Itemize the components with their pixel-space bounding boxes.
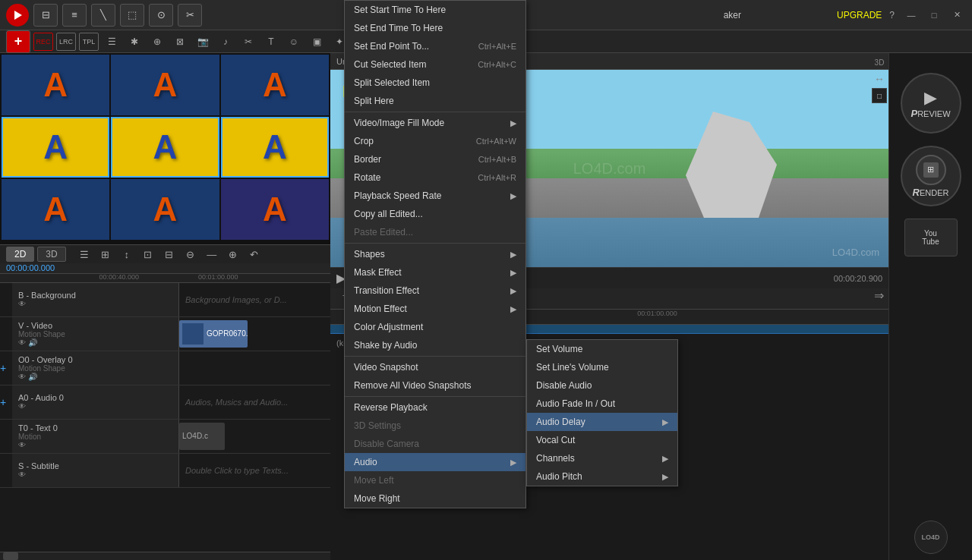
cm-split-here[interactable]: Split Here: [345, 92, 525, 110]
film-btn[interactable]: ⊠: [170, 33, 190, 51]
side-icon-3d[interactable]: 3D: [872, 55, 887, 70]
cm-color-adjustment[interactable]: Color Adjustment: [345, 318, 525, 336]
track-content-video[interactable]: GOPR0670.MP4: [179, 317, 330, 351]
cm-crop[interactable]: Crop Ctrl+Alt+W: [345, 132, 525, 150]
subtitle-btn[interactable]: T: [261, 33, 281, 51]
cm-video-snapshot[interactable]: Video Snapshot: [345, 358, 525, 376]
media-cell-1[interactable]: A: [2, 55, 109, 115]
youtube-btn[interactable]: You Tube: [904, 219, 958, 256]
track-content-audio[interactable]: Audios, Musics and Audio...: [179, 385, 330, 419]
scm-audio-delay[interactable]: Audio Delay ▶: [527, 413, 677, 431]
track-add-overlay[interactable]: +: [0, 362, 12, 374]
help-btn[interactable]: ?: [889, 10, 895, 20]
arrow-right-icon[interactable]: ⇒: [874, 288, 884, 303]
track-content-overlay[interactable]: [179, 351, 330, 385]
cm-cut-item[interactable]: Cut Selected Item Ctrl+Alt+C: [345, 55, 525, 74]
cm-set-start-time[interactable]: Set Start Time To Here: [345, 1, 525, 19]
media-cell-7[interactable]: A: [2, 179, 109, 240]
track-add-audio[interactable]: +: [0, 396, 12, 408]
media-cell-8[interactable]: A: [111, 179, 219, 240]
maximize-btn[interactable]: □: [925, 8, 943, 22]
split-view-btn[interactable]: ⬚: [120, 4, 144, 27]
media-cell-5[interactable]: A: [111, 117, 219, 178]
2d-btn[interactable]: 2D: [6, 247, 34, 262]
track-icons-audio: 👁: [18, 402, 172, 411]
scm-set-volume[interactable]: Set Volume: [527, 340, 677, 358]
star-btn[interactable]: ✱: [125, 33, 144, 51]
cm-split-item[interactable]: Split Selected Item: [345, 74, 525, 92]
pip-btn[interactable]: ⊟: [160, 245, 178, 263]
track-content-text[interactable]: LO4D.c: [179, 420, 330, 453]
cm-playback-speed[interactable]: Playback Speed Rate ▶: [345, 187, 525, 205]
record-btn[interactable]: REC: [33, 33, 53, 51]
video-clip[interactable]: GOPR0670.MP4: [179, 320, 248, 348]
cm-transition-effect[interactable]: Transition Effect ▶: [345, 282, 525, 300]
add-btn[interactable]: +: [6, 30, 30, 53]
list-btn[interactable]: ☰: [102, 33, 122, 51]
sort-btn[interactable]: ↕: [118, 245, 136, 263]
scm-audio-fade[interactable]: Audio Fade In / Out: [527, 395, 677, 413]
cm-disable-camera[interactable]: Disable Camera: [345, 435, 525, 453]
track-content-background[interactable]: Background Images, or D...: [179, 283, 330, 316]
minimize-btn[interactable]: —: [902, 8, 920, 22]
track-content-subtitle[interactable]: Double Click to type Texts...: [179, 454, 330, 487]
side-icon-expand[interactable]: ↔: [872, 71, 887, 87]
cm-3d-settings[interactable]: 3D Settings: [345, 417, 525, 435]
cm-set-end-time[interactable]: Set End Time To Here: [345, 19, 525, 37]
text-clip[interactable]: LO4D.c: [179, 423, 225, 450]
media-btn[interactable]: ▣: [307, 33, 327, 51]
cm-copy-edited[interactable]: Copy all Edited...: [345, 205, 525, 223]
cm-move-left[interactable]: Move Left: [345, 471, 525, 489]
search-btn[interactable]: ⊙: [149, 4, 173, 27]
media-cell-4[interactable]: A: [2, 117, 109, 178]
trim-btn[interactable]: ✂: [238, 33, 258, 51]
media-cell-9[interactable]: A: [221, 179, 329, 240]
camera2-btn[interactable]: 📷: [193, 33, 213, 51]
app-logo[interactable]: [6, 4, 29, 27]
cm-fill-mode[interactable]: Video/Image Fill Mode ▶: [345, 114, 525, 132]
scm-audio-pitch[interactable]: Audio Pitch ▶: [527, 467, 677, 486]
preview-btn[interactable]: ▶ PREVIEW: [901, 73, 961, 134]
emoji-btn[interactable]: ☺: [284, 33, 304, 51]
music-btn[interactable]: ♪: [216, 33, 235, 51]
grid-view-btn[interactable]: ⊞: [96, 245, 115, 263]
cm-paste-edited[interactable]: Paste Edited...: [345, 223, 525, 241]
cm-move-right[interactable]: Move Right: [345, 489, 525, 508]
draw-btn[interactable]: ╲: [91, 4, 115, 27]
3d-btn[interactable]: 3D: [37, 247, 65, 262]
undo-btn[interactable]: ↶: [245, 245, 264, 263]
crop-view-btn[interactable]: ⊡: [139, 245, 157, 263]
list-view-btn[interactable]: ☰: [75, 245, 93, 263]
cm-motion-effect[interactable]: Motion Effect ▶: [345, 300, 525, 318]
zoom-in-btn[interactable]: ⊕: [224, 245, 242, 263]
scm-set-lines-volume[interactable]: Set Line's Volume: [527, 358, 677, 376]
scm-disable-audio[interactable]: Disable Audio: [527, 376, 677, 395]
side-icon-box[interactable]: □: [872, 88, 887, 103]
scm-channels[interactable]: Channels ▶: [527, 449, 677, 467]
render-btn[interactable]: ⊞ RENDER: [901, 146, 961, 206]
tpl-btn[interactable]: TPL: [79, 33, 99, 51]
cm-shake-by-audio[interactable]: Shake by Audio: [345, 336, 525, 354]
cm-shapes[interactable]: Shapes ▶: [345, 245, 525, 263]
anchor-btn[interactable]: ⊕: [147, 33, 167, 51]
media-cell-2[interactable]: A: [111, 55, 219, 115]
dash-btn[interactable]: —: [203, 245, 221, 263]
zoom-out-btn[interactable]: ⊖: [181, 245, 200, 263]
scm-vocal-cut[interactable]: Vocal Cut: [527, 431, 677, 449]
cm-border[interactable]: Border Ctrl+Alt+B: [345, 150, 525, 168]
upgrade-btn[interactable]: UPGRADE: [837, 10, 882, 20]
toggle-sidebar-btn[interactable]: ⊟: [33, 4, 58, 27]
lrc-btn[interactable]: LRC: [56, 33, 76, 51]
scroll-bar-bottom[interactable]: [0, 552, 330, 560]
cm-audio[interactable]: Audio ▶: [345, 453, 525, 471]
settings-btn[interactable]: ≡: [62, 4, 87, 27]
cm-rotate[interactable]: Rotate Ctrl+Alt+R: [345, 168, 525, 187]
media-cell-3[interactable]: A: [221, 55, 329, 115]
cm-mask-effect[interactable]: Mask Effect ▶: [345, 263, 525, 282]
media-cell-6[interactable]: A: [221, 117, 329, 178]
cm-remove-snapshots[interactable]: Remove All Video Snapshots: [345, 376, 525, 395]
effect-btn[interactable]: ✂: [178, 4, 202, 27]
close-btn[interactable]: ✕: [948, 8, 966, 22]
cm-reverse-playback[interactable]: Reverse Playback: [345, 398, 525, 417]
cm-set-end-point[interactable]: Set End Point To... Ctrl+Alt+E: [345, 37, 525, 55]
